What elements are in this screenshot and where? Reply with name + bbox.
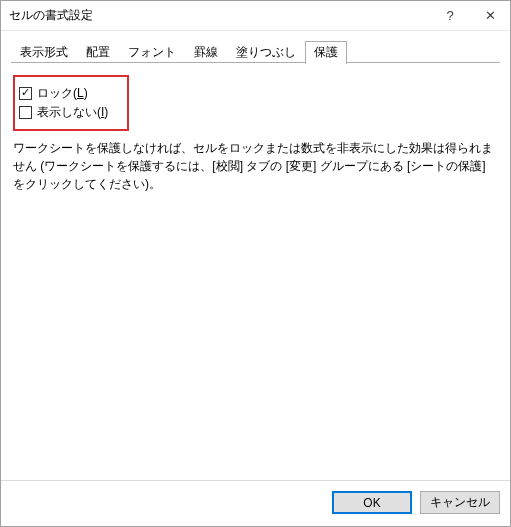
cancel-button[interactable]: キャンセル [420,491,500,514]
format-cells-dialog: セルの書式設定 ? ✕ 表示形式 配置 フォント 罫線 塗りつぶし 保護 ✓ [0,0,511,527]
client-area: 表示形式 配置 フォント 罫線 塗りつぶし 保護 ✓ ロック(L) [1,31,510,480]
tab-label: 罫線 [194,45,218,59]
help-icon: ? [446,8,453,23]
tab-protection[interactable]: 保護 [305,41,347,64]
protection-description: ワークシートを保護しなければ、セルをロックまたは数式を非表示にした効果は得られま… [13,139,498,193]
lock-checkbox-label: ロック(L) [37,85,88,102]
tab-alignment[interactable]: 配置 [77,41,119,64]
tab-border[interactable]: 罫線 [185,41,227,64]
tab-strip: 表示形式 配置 フォント 罫線 塗りつぶし 保護 [11,41,500,63]
help-button[interactable]: ? [430,1,470,30]
ok-button-label: OK [363,496,380,510]
window-title: セルの書式設定 [1,7,430,24]
dialog-footer: OK キャンセル [1,480,510,526]
lock-checkbox[interactable]: ✓ [19,87,32,100]
lock-checkbox-row[interactable]: ✓ ロック(L) [19,85,113,102]
titlebar: セルの書式設定 ? ✕ [1,1,510,31]
tab-label: 保護 [314,45,338,59]
highlight-annotation: ✓ ロック(L) 表示しない(I) [13,75,129,131]
tab-label: 塗りつぶし [236,45,296,59]
protection-panel: ✓ ロック(L) 表示しない(I) ワークシートを保護しなければ、セルをロックま… [11,63,500,480]
hidden-checkbox-label: 表示しない(I) [37,104,108,121]
hidden-checkbox[interactable] [19,106,32,119]
ok-button[interactable]: OK [332,491,412,514]
close-icon: ✕ [485,8,496,23]
tab-fill[interactable]: 塗りつぶし [227,41,305,64]
check-icon: ✓ [21,87,30,98]
tab-label: フォント [128,45,176,59]
tab-font[interactable]: フォント [119,41,185,64]
tab-number-format[interactable]: 表示形式 [11,41,77,64]
cancel-button-label: キャンセル [430,494,490,511]
tab-label: 表示形式 [20,45,68,59]
tab-label: 配置 [86,45,110,59]
window-controls: ? ✕ [430,1,510,30]
hidden-checkbox-row[interactable]: 表示しない(I) [19,104,113,121]
tab-underline [11,62,500,63]
close-button[interactable]: ✕ [470,1,510,30]
